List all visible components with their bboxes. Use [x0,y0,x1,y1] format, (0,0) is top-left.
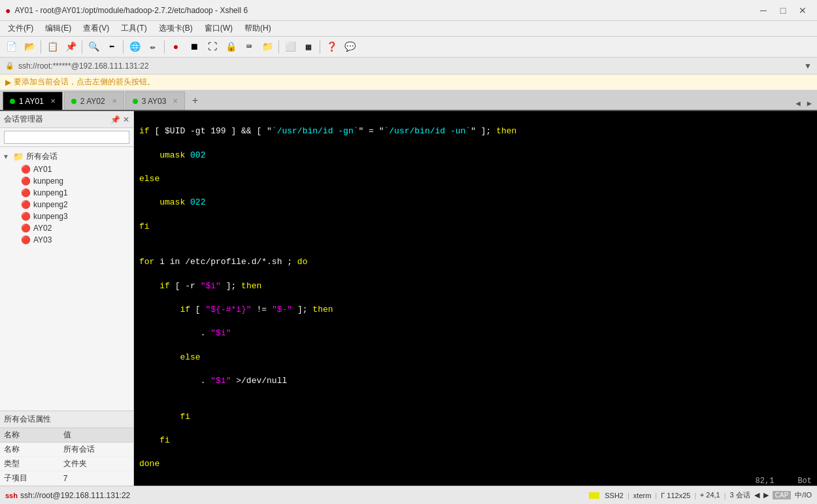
props-col-name: 名称 [0,428,59,443]
close-button[interactable]: ✕ [793,3,812,18]
status-sep-4: | [724,492,726,499]
toolbar-btn8[interactable]: ⏹ [186,39,203,56]
term-line-5: fi [139,221,812,233]
props-header: 所有会话属性 [0,411,133,428]
status-sep-3: | [694,492,696,499]
tree-item-ay01[interactable]: 🔴 AY01 [0,163,133,175]
tree-label-ay02: AY02 [33,224,52,233]
menu-edit[interactable]: 编辑(E) [40,22,76,35]
toolbar-btn9[interactable]: 📁 [259,39,276,56]
tab-label-3: 3 AY03 [142,97,167,106]
toolbar-sep-3 [123,41,124,54]
menu-file[interactable]: 文件(F) [3,22,39,35]
status-sep-2: | [655,492,657,499]
menu-window[interactable]: 窗口(W) [199,22,238,35]
session-properties: 所有会话属性 名称 值 名称 所有会话 [0,411,133,486]
session-icon-4: 🔴 [21,200,31,209]
tree-item-kunpeng[interactable]: 🔴 kunpeng [0,175,133,187]
tree-item-kunpeng3[interactable]: 🔴 kunpeng3 [0,210,133,222]
term-line-9: if [ "${-#*i}" != "$-" ]; then [139,304,812,316]
status-bar: ssh ssh://root@192.168.111.131:22 SSH2 |… [0,486,817,504]
sidebar-header: 会话管理器 📌 ✕ [0,111,133,128]
sidebar-title: 会话管理器 [4,114,43,125]
toolbar-new[interactable]: 📄 [3,39,20,56]
toolbar-copy[interactable]: 📋 [44,39,61,56]
tabs-nav-left[interactable]: ◀ [793,97,803,110]
terminal[interactable]: if [ $UID -gt 199 ] && [ "`/usr/bin/id -… [134,111,817,486]
term-line-1: if [ $UID -gt 199 ] && [ "`/usr/bin/id -… [139,126,812,137]
toolbar-fullscreen[interactable]: ⛶ [204,39,221,56]
tree-label-ay03: AY03 [33,235,52,244]
tab-ay01[interactable]: 1 AY01 ✕ [3,92,63,110]
props-row-count: 子项目 7 [0,471,133,486]
tree-item-kunpeng2[interactable]: 🔴 kunpeng2 [0,199,133,210]
toolbar-lock[interactable]: 🔒 [222,39,239,56]
status-nav-right[interactable]: ▶ [763,491,769,499]
tabs-nav-right[interactable]: ▶ [805,97,814,110]
menu-view[interactable]: 查看(V) [78,22,114,35]
session-icon-2: 🔴 [21,176,31,186]
maximize-button[interactable]: □ [774,3,792,18]
tree-item-ay02[interactable]: 🔴 AY02 [0,222,133,234]
tab-close-3[interactable]: ✕ [173,97,178,105]
status-terminal-info: Γ 112x25 [661,492,690,499]
toolbar-help[interactable]: ❓ [323,39,340,56]
tree-root-label: 所有会话 [26,151,58,162]
status-session-text: ssh://root@192.168.111.131:22 [20,491,130,500]
tab-dot-2 [71,99,76,104]
sidebar: 会话管理器 📌 ✕ ▼ 📁 所有会话 [0,111,134,486]
tree-root-item[interactable]: ▼ 📁 所有会话 [0,150,133,163]
window-title: AY01 - root@AY01:/opt/module/hadoop-2.7.… [14,6,248,15]
tree-item-ay03[interactable]: 🔴 AY03 [0,234,133,246]
session-tree: ▼ 📁 所有会话 🔴 AY01 🔴 kunpeng [0,147,133,411]
tab-close-2[interactable]: ✕ [112,97,117,105]
minimize-button[interactable]: ─ [754,3,773,18]
toolbar-keyboard[interactable]: ⌨ [241,39,258,56]
toolbar-open[interactable]: 📂 [21,39,38,56]
props-count-label: 子项目 [0,471,59,486]
props-name-label: 名称 [0,443,59,457]
sidebar-close-icon[interactable]: ✕ [123,115,129,124]
tab-dot-1 [10,99,15,104]
props-col-value: 值 [59,428,133,443]
status-nav-left[interactable]: ◀ [754,491,759,499]
toolbar-chat[interactable]: 💬 [341,39,358,56]
menu-tabs[interactable]: 选项卡(B) [154,22,198,35]
tree-item-kunpeng1[interactable]: 🔴 kunpeng1 [0,187,133,199]
position-indicator: 82,1 Bot [756,477,812,486]
props-type-value: 文件夹 [59,457,133,471]
address-dropdown[interactable]: ▼ [804,61,812,71]
title-bar-left: ● AY01 - root@AY01:/opt/module/hadoop-2.… [5,5,248,16]
props-count-value: 7 [59,471,133,486]
status-position-info: ⌖ 24,1 [700,491,720,499]
menu-help[interactable]: 帮助(H) [239,22,276,35]
status-ssh-label: ssh [5,492,18,499]
app-window: ● AY01 - root@AY01:/opt/module/hadoop-2.… [0,0,817,504]
tree-label-kunpeng: kunpeng [33,176,63,186]
toolbar-btn11[interactable]: ▦ [300,39,317,56]
toolbar-btn10[interactable]: ⬜ [282,39,299,56]
title-bar: ● AY01 - root@AY01:/opt/module/hadoop-2.… [0,0,817,21]
toolbar-btn4[interactable]: ⬅ [103,39,120,56]
props-type-label: 类型 [0,457,59,471]
sidebar-search-input[interactable] [4,131,129,144]
sidebar-pin-icon[interactable]: 📌 [110,115,120,124]
toolbar-sep-6 [320,41,320,54]
toolbar-btn6[interactable]: ✏ [144,39,161,56]
app-icon: ● [5,5,10,16]
term-line-8: if [ -r "$i" ]; then [139,280,812,292]
tab-ay02[interactable]: 2 AY02 ✕ [64,92,124,110]
tab-close-1[interactable]: ✕ [50,97,56,105]
tab-add-button[interactable]: + [186,93,203,110]
tabs-nav: ◀ ▶ [793,97,814,110]
terminal-content: if [ $UID -gt 199 ] && [ "`/usr/bin/id -… [134,111,817,486]
status-encoding: xterm [633,492,652,499]
toolbar-btn3[interactable]: 🔍 [85,39,102,56]
tab-ay03[interactable]: 3 AY03 ✕ [125,92,186,110]
toolbar-btn5[interactable]: 🌐 [126,39,143,56]
window-controls: ─ □ ✕ [754,3,812,18]
menu-tools[interactable]: 工具(T) [116,22,152,35]
folder-icon: 📁 [13,152,24,161]
toolbar-btn7[interactable]: ● [167,39,184,56]
toolbar-paste[interactable]: 📌 [62,39,79,56]
